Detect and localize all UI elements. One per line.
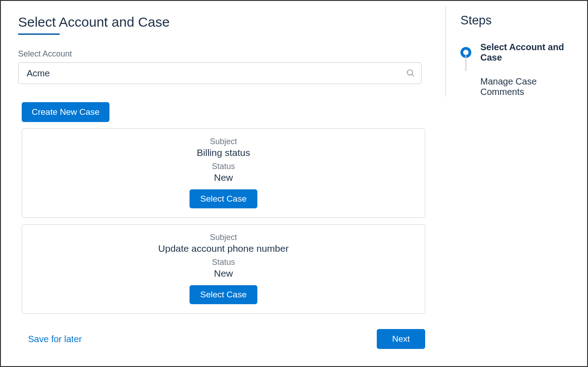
case-status-label: Status — [212, 162, 235, 171]
step-label: Select Account and Case — [480, 42, 583, 63]
save-for-later-link[interactable]: Save for later — [28, 334, 82, 344]
steps-list: Select Account and Case Manage Case Comm… — [460, 42, 583, 97]
svg-line-1 — [412, 75, 414, 77]
step-connector — [465, 54, 466, 71]
steps-heading: Steps — [460, 14, 583, 28]
svg-point-0 — [408, 70, 413, 75]
case-status-value: New — [214, 268, 233, 279]
case-subject-value: Billing status — [197, 147, 250, 158]
account-search-wrapper — [18, 62, 422, 84]
case-subject-label: Subject — [210, 137, 237, 146]
select-case-button[interactable]: Select Case — [190, 189, 257, 208]
case-status-value: New — [214, 172, 233, 183]
case-subject-label: Subject — [210, 233, 237, 242]
case-card: Subject Update account phone number Stat… — [22, 224, 425, 314]
page-title: Select Account and Case — [18, 14, 427, 30]
case-status-label: Status — [212, 258, 235, 267]
next-button[interactable]: Next — [377, 329, 425, 349]
steps-panel: Steps Select Account and Case Manage Cas… — [446, 1, 587, 366]
footer: Save for later Next — [18, 329, 425, 349]
title-underline — [18, 33, 60, 35]
case-subject-value: Update account phone number — [158, 243, 289, 254]
step-label: Manage Case Comments — [480, 76, 583, 97]
main-panel: Select Account and Case Select Account C… — [1, 1, 446, 366]
case-card: Subject Billing status Status New Select… — [22, 128, 425, 218]
search-icon — [406, 69, 415, 78]
step-item-select-account[interactable]: Select Account and Case — [460, 42, 583, 63]
create-new-case-button[interactable]: Create New Case — [22, 102, 109, 122]
account-search-input[interactable] — [18, 62, 422, 84]
select-case-button[interactable]: Select Case — [190, 285, 257, 304]
account-field-label: Select Account — [18, 49, 427, 59]
step-item-manage-comments[interactable]: Manage Case Comments — [460, 76, 583, 97]
